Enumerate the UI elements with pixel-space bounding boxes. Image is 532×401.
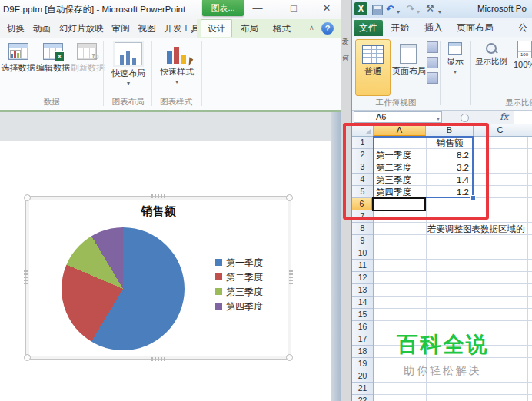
cell-B5[interactable]: 1.2	[426, 186, 469, 198]
range-resize-handle[interactable]	[470, 195, 476, 200]
excel-tab-file[interactable]: 文件	[354, 20, 383, 36]
row-header-15[interactable]: 15	[352, 309, 373, 321]
chart-frame-handle[interactable]	[289, 270, 293, 284]
row-header-3[interactable]: 3	[352, 161, 373, 174]
formula-input[interactable]	[514, 111, 532, 124]
show-button[interactable]: 显示 ▾	[442, 39, 468, 75]
row-header-7[interactable]: 7	[352, 210, 373, 223]
excel-tab-page-layout[interactable]: 页面布局	[457, 18, 494, 37]
zoom-button[interactable]: 显示比例	[473, 39, 510, 67]
chart-frame-handle[interactable]	[151, 194, 165, 198]
cell-B2[interactable]: 8.2	[426, 149, 469, 161]
ppt-tab-format[interactable]: 格式	[267, 19, 297, 38]
row-header-6[interactable]: 6	[352, 198, 373, 210]
ppt-tab-view[interactable]: 视图	[135, 19, 159, 38]
name-box[interactable]: A6 ▾	[354, 111, 442, 123]
legend-label: 第一季度	[226, 257, 263, 268]
vertical-scrollbar[interactable]	[331, 112, 341, 401]
column-header-A[interactable]: A	[374, 124, 426, 137]
chart-frame-handle[interactable]	[24, 354, 31, 361]
chart-frame-handle[interactable]	[24, 270, 28, 284]
legend-item-3[interactable]: 第三季度	[215, 286, 263, 300]
maximize-button[interactable]: □	[282, 2, 305, 16]
cell-B4[interactable]: 1.4	[426, 174, 469, 186]
qat-customize-dropdown[interactable]: ▾	[438, 6, 441, 18]
cell-A5[interactable]: 第四季度	[376, 186, 426, 198]
chart-frame-handle[interactable]	[286, 354, 293, 361]
undo-dropdown[interactable]: ▾	[397, 6, 400, 18]
full-screen-button[interactable]	[427, 72, 438, 84]
save-button[interactable]	[372, 5, 383, 15]
ppt-tab-slide-show[interactable]: 幻灯片放映	[56, 19, 107, 38]
row-header-9[interactable]: 9	[352, 235, 373, 247]
row-header-22[interactable]: 22	[352, 395, 373, 401]
zoom-100-button[interactable]: 100 100%	[510, 39, 532, 69]
page-break-preview-button[interactable]	[427, 41, 438, 53]
legend-item-2[interactable]: 第二季度	[215, 271, 263, 286]
chart-frame-handle[interactable]	[151, 357, 165, 361]
select-data-button[interactable]: 选择数据	[1, 40, 35, 94]
column-header-C[interactable]: C	[474, 124, 527, 137]
legend-item-1[interactable]: 第一季度	[215, 257, 263, 271]
cell-B1[interactable]: 销售额	[426, 137, 474, 149]
row-header-13[interactable]: 13	[352, 284, 373, 297]
row-header-14[interactable]: 14	[352, 297, 373, 309]
row-header-19[interactable]: 19	[352, 358, 373, 370]
rearrange-windows-button[interactable]: ⚒	[426, 3, 434, 15]
row-header-18[interactable]: 18	[352, 346, 373, 358]
row-header-10[interactable]: 10	[352, 247, 373, 260]
excel-tab-formulas-partial[interactable]: 公	[518, 18, 527, 37]
ribbon-separator	[470, 41, 471, 105]
minimize-button[interactable]: —	[246, 2, 269, 16]
select-all-corner[interactable]	[352, 124, 374, 137]
row-header-16[interactable]: 16	[352, 321, 373, 333]
quick-styles-button[interactable]: 快速样式 ▾	[154, 40, 200, 94]
help-button[interactable]: ?	[321, 22, 334, 35]
collapse-ribbon-icon[interactable]: ∧	[309, 24, 314, 31]
ppt-tab-transitions[interactable]: 切换	[4, 19, 28, 38]
row-header-4[interactable]: 4	[352, 174, 373, 186]
chart-frame-handle[interactable]	[24, 194, 31, 201]
row-header-17[interactable]: 17	[352, 333, 373, 346]
insert-function-icon[interactable]: fx	[500, 111, 508, 122]
chart-frame[interactable]: 销售额 第一季度第二季度第三季度第四季度	[25, 196, 291, 360]
row-header-1[interactable]: 1	[352, 137, 373, 149]
chart-frame-handle[interactable]	[286, 194, 293, 201]
ppt-tab-layout[interactable]: 布局	[234, 19, 264, 38]
excel-tab-insert[interactable]: 插入	[424, 18, 443, 37]
name-box-dropdown-icon[interactable]: ▾	[437, 114, 440, 124]
legend-item-4[interactable]: 第四季度	[215, 300, 263, 315]
sheet-body[interactable]: 销售额第一季度8.2第二季度3.2第三季度1.4第四季度1.2 若要调整图表数据…	[374, 137, 532, 401]
row-header-5[interactable]: 5	[352, 186, 373, 198]
column-header-D-partial[interactable]	[527, 124, 532, 137]
page-layout-view-button[interactable]: 页面布局	[392, 39, 424, 96]
quick-layout-button[interactable]: 快速布局 ▾	[106, 40, 151, 94]
row-header-11[interactable]: 11	[352, 260, 373, 272]
cell-B3[interactable]: 3.2	[426, 161, 469, 174]
undo-icon: ↶	[386, 3, 394, 15]
cell-A2[interactable]: 第一季度	[376, 149, 426, 161]
excel-tab-home[interactable]: 开始	[391, 18, 409, 37]
row-header-8[interactable]: 8	[352, 223, 373, 235]
selected-cell-A6[interactable]	[372, 197, 426, 211]
redo-dropdown[interactable]: ▾	[417, 6, 420, 18]
chart-tools-contextual-chip[interactable]: 图表...	[202, 0, 244, 16]
cell-A3[interactable]: 第二季度	[376, 161, 426, 174]
pie-chart[interactable]	[62, 227, 185, 350]
normal-view-button[interactable]: 普通	[355, 39, 391, 96]
ppt-tab-animations[interactable]: 动画	[30, 19, 54, 38]
column-header-B[interactable]: B	[426, 124, 474, 137]
row-header-12[interactable]: 12	[352, 272, 373, 284]
cell-A4[interactable]: 第三季度	[376, 174, 426, 186]
close-button[interactable]: ✕	[315, 2, 338, 16]
custom-views-button[interactable]	[427, 57, 438, 68]
row-header-21[interactable]: 21	[352, 383, 373, 395]
row-header-2[interactable]: 2	[352, 149, 373, 161]
redo-button[interactable]: ↷	[406, 3, 414, 15]
undo-button[interactable]: ↶	[386, 3, 394, 15]
row-header-20[interactable]: 20	[352, 370, 373, 383]
formula-bar-button[interactable]	[461, 114, 469, 122]
ppt-tab-design[interactable]: 设计	[201, 19, 232, 37]
edit-data-button[interactable]: X 编辑数据	[35, 40, 71, 94]
ppt-tab-review[interactable]: 审阅	[109, 19, 133, 38]
